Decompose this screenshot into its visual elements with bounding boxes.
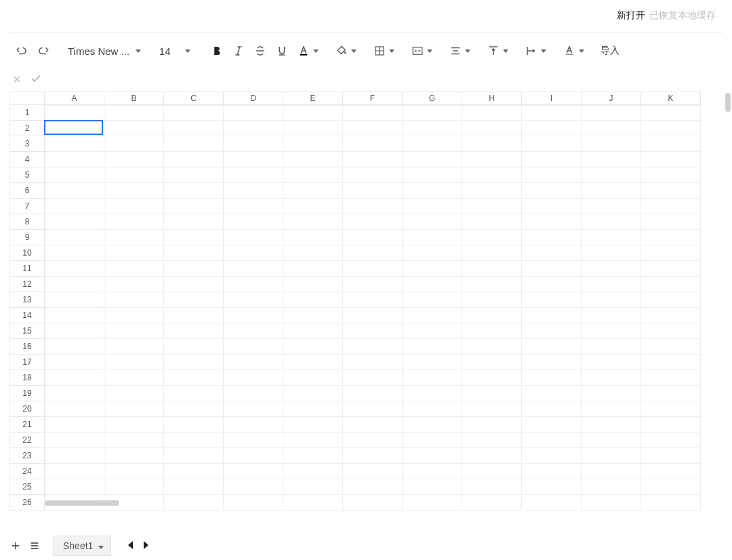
cell[interactable] — [343, 417, 403, 433]
cell[interactable] — [582, 183, 641, 199]
cell[interactable] — [522, 214, 582, 230]
cell[interactable] — [403, 386, 462, 401]
cell[interactable] — [45, 230, 104, 245]
cell[interactable] — [164, 370, 224, 386]
cell[interactable] — [283, 152, 343, 167]
cell[interactable] — [104, 308, 164, 323]
cell[interactable] — [641, 277, 701, 292]
cell[interactable] — [224, 105, 283, 121]
cell[interactable] — [224, 230, 283, 245]
vertical-align-button[interactable] — [484, 40, 508, 62]
cell[interactable] — [522, 183, 582, 199]
cell[interactable] — [522, 355, 582, 370]
cell[interactable] — [164, 448, 224, 464]
cell[interactable] — [164, 214, 224, 230]
row-header[interactable]: 11 — [9, 261, 45, 277]
cell[interactable] — [641, 199, 701, 214]
add-sheet-button[interactable] — [7, 537, 24, 555]
cell[interactable] — [462, 245, 522, 261]
cell[interactable] — [403, 167, 462, 183]
cell[interactable] — [164, 230, 224, 245]
cell[interactable] — [343, 105, 403, 121]
cell[interactable] — [164, 386, 224, 401]
cell[interactable] — [45, 261, 104, 277]
sheet-tab-active[interactable]: Sheet1 — [53, 536, 111, 556]
cell[interactable] — [104, 417, 164, 433]
cell[interactable] — [224, 167, 283, 183]
cell[interactable] — [641, 105, 701, 121]
cell[interactable] — [224, 464, 283, 479]
cell[interactable] — [641, 245, 701, 261]
cell[interactable] — [104, 355, 164, 370]
cell[interactable] — [343, 136, 403, 152]
cell[interactable] — [582, 277, 641, 292]
cell[interactable] — [462, 401, 522, 417]
cell[interactable] — [522, 386, 582, 401]
cell[interactable] — [462, 479, 522, 495]
cell[interactable] — [462, 464, 522, 479]
cell[interactable] — [164, 433, 224, 448]
cell[interactable] — [224, 292, 283, 308]
column-header[interactable]: E — [283, 92, 343, 105]
cell[interactable] — [45, 214, 104, 230]
cell[interactable] — [522, 121, 582, 136]
cell[interactable] — [582, 370, 641, 386]
cell[interactable] — [343, 370, 403, 386]
cell[interactable] — [283, 339, 343, 355]
cell[interactable] — [224, 136, 283, 152]
cell[interactable] — [45, 136, 104, 152]
cell[interactable] — [403, 183, 462, 199]
cell[interactable] — [283, 245, 343, 261]
cell[interactable] — [104, 167, 164, 183]
cell[interactable] — [164, 401, 224, 417]
row-header[interactable]: 13 — [9, 292, 45, 308]
cell[interactable] — [403, 433, 462, 448]
cell[interactable] — [462, 152, 522, 167]
cell[interactable] — [104, 214, 164, 230]
cell[interactable] — [104, 323, 164, 339]
cell[interactable] — [582, 245, 641, 261]
cell[interactable] — [104, 370, 164, 386]
cell[interactable] — [164, 105, 224, 121]
cell[interactable] — [343, 308, 403, 323]
cell[interactable] — [104, 261, 164, 277]
cell[interactable] — [462, 448, 522, 464]
cell[interactable] — [224, 121, 283, 136]
cell[interactable] — [462, 355, 522, 370]
cell[interactable] — [283, 308, 343, 323]
cell[interactable] — [104, 152, 164, 167]
cell[interactable] — [641, 167, 701, 183]
strikethrough-button[interactable] — [251, 40, 270, 62]
font-size-select[interactable]: 14 — [156, 45, 194, 57]
row-header[interactable]: 14 — [9, 308, 45, 323]
cell[interactable] — [164, 292, 224, 308]
cell[interactable] — [224, 214, 283, 230]
cell[interactable] — [403, 448, 462, 464]
cell[interactable] — [104, 433, 164, 448]
cell[interactable] — [403, 214, 462, 230]
cell[interactable] — [104, 292, 164, 308]
row-header[interactable]: 7 — [9, 199, 45, 214]
cell[interactable] — [522, 105, 582, 121]
cell[interactable] — [224, 152, 283, 167]
cell[interactable] — [462, 105, 522, 121]
column-header[interactable]: C — [164, 92, 224, 105]
cell[interactable] — [641, 386, 701, 401]
cell[interactable] — [403, 308, 462, 323]
column-header[interactable]: D — [224, 92, 283, 105]
cell[interactable] — [283, 214, 343, 230]
cell[interactable] — [164, 277, 224, 292]
cell[interactable] — [343, 167, 403, 183]
cell[interactable] — [283, 277, 343, 292]
cell[interactable] — [104, 464, 164, 479]
cell[interactable] — [582, 152, 641, 167]
cell[interactable] — [641, 339, 701, 355]
cell[interactable] — [522, 292, 582, 308]
cell[interactable] — [45, 245, 104, 261]
cell[interactable] — [164, 121, 224, 136]
cell[interactable] — [462, 308, 522, 323]
cell[interactable] — [582, 464, 641, 479]
vertical-scroll-thumb[interactable] — [725, 93, 731, 112]
cell[interactable] — [522, 136, 582, 152]
vertical-scrollbar[interactable] — [723, 92, 731, 530]
